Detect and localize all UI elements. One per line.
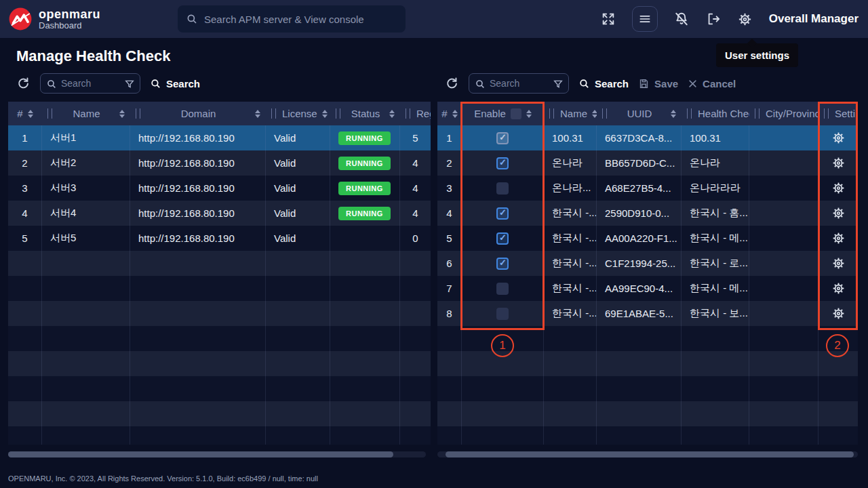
left-table-hscrollbar[interactable] xyxy=(8,451,426,458)
cell-registered xyxy=(400,401,431,426)
col-header-num[interactable]: # xyxy=(437,102,462,125)
table-row[interactable]: 5한국시 -...AA00A220-F1...한국시 - 메... xyxy=(437,226,858,251)
cell-name: 한국시 -... xyxy=(544,276,597,301)
global-search[interactable] xyxy=(178,5,406,33)
scrollbar-thumb[interactable] xyxy=(446,451,854,458)
row-settings-button[interactable] xyxy=(831,156,846,170)
sort-icon[interactable] xyxy=(671,110,676,118)
row-settings-button[interactable] xyxy=(831,256,846,270)
col-header-enable[interactable]: Enable xyxy=(462,102,544,125)
column-resize-handle[interactable] xyxy=(549,108,554,119)
column-resize-handle[interactable] xyxy=(602,108,607,119)
cell-status xyxy=(330,251,400,276)
sort-icon[interactable] xyxy=(389,110,395,118)
col-header-city-province[interactable]: City/Province xyxy=(749,102,818,125)
cell-domain xyxy=(130,401,266,426)
table-row[interactable]: 2서버2http://192.168.80.190ValidRUNNING4 xyxy=(8,150,431,176)
cell-name: 한국시 -... xyxy=(544,251,597,276)
table-row[interactable]: 4서버4http://192.168.80.190ValidRUNNING4 xyxy=(8,201,431,226)
enable-checkbox[interactable] xyxy=(496,182,509,195)
enable-checkbox[interactable] xyxy=(496,232,509,245)
sort-icon[interactable] xyxy=(452,110,458,118)
sort-icon[interactable] xyxy=(592,110,597,118)
column-resize-handle[interactable] xyxy=(271,108,276,119)
right-table-search[interactable] xyxy=(469,73,569,94)
app-logo[interactable]: openmaru Dashboard xyxy=(8,7,100,31)
global-search-input[interactable] xyxy=(204,14,397,25)
cell-name: 온나라... xyxy=(544,176,597,201)
enable-checkbox[interactable] xyxy=(496,132,509,144)
left-search-button[interactable]: Search xyxy=(150,78,200,89)
right-table-hscrollbar[interactable] xyxy=(437,451,858,458)
save-button[interactable]: Save xyxy=(638,78,678,89)
cell-registered xyxy=(400,351,431,376)
search-icon xyxy=(46,79,57,89)
cell-enable xyxy=(462,426,544,445)
row-settings-button[interactable] xyxy=(831,306,846,321)
enable-checkbox[interactable] xyxy=(496,207,509,220)
table-row[interactable]: 1100.316637D3CA-8...100.31 xyxy=(437,125,858,150)
left-table-search[interactable] xyxy=(40,73,140,94)
enable-checkbox[interactable] xyxy=(496,258,509,270)
refresh-icon[interactable] xyxy=(445,77,459,91)
filter-icon[interactable] xyxy=(553,79,564,89)
col-header-uuid[interactable]: UUID xyxy=(597,102,682,125)
cell-health-check xyxy=(682,376,749,401)
row-settings-button[interactable] xyxy=(831,131,846,145)
cell-city-province xyxy=(749,351,818,376)
notifications-off-icon[interactable] xyxy=(673,11,690,27)
table-row[interactable]: 3서버3http://192.168.80.190ValidRUNNING4 xyxy=(8,176,431,201)
sort-icon[interactable] xyxy=(526,110,532,118)
table-row[interactable]: 6한국시 -...C1F21994-25...한국시 - 로... xyxy=(437,251,858,276)
scrollbar-thumb[interactable] xyxy=(8,451,393,458)
col-header-name[interactable]: Name xyxy=(42,102,130,125)
column-resize-handle[interactable] xyxy=(687,108,692,119)
menu-icon[interactable] xyxy=(632,6,658,32)
cancel-button[interactable]: Cancel xyxy=(688,78,736,89)
row-settings-button[interactable] xyxy=(831,231,846,245)
column-resize-handle[interactable] xyxy=(406,108,410,119)
col-header-health-check[interactable]: Health Check xyxy=(682,102,749,125)
cell-num xyxy=(437,376,462,401)
enable-checkbox[interactable] xyxy=(496,283,509,295)
enable-checkbox[interactable] xyxy=(496,157,509,169)
table-row[interactable]: 4한국시 -...2590D910-0...한국시 - 홈... xyxy=(437,201,858,226)
sort-icon[interactable] xyxy=(119,110,125,118)
sort-icon[interactable] xyxy=(28,110,33,118)
enable-checkbox[interactable] xyxy=(496,308,509,320)
col-header-settings[interactable]: Setti... xyxy=(818,102,858,125)
col-header-name[interactable]: Name xyxy=(544,102,597,125)
column-resize-handle[interactable] xyxy=(336,108,340,119)
right-search-button[interactable]: Search xyxy=(578,78,629,89)
col-header-registered[interactable]: Regis xyxy=(400,102,431,125)
column-resize-handle[interactable] xyxy=(755,108,760,119)
table-row[interactable]: 7한국시 -...AA99EC90-4...한국시 - 메... xyxy=(437,276,858,301)
settings-icon[interactable] xyxy=(737,11,753,27)
col-header-num[interactable]: # xyxy=(8,102,42,125)
fullscreen-icon[interactable] xyxy=(600,11,616,27)
current-user-label[interactable]: Overall Manager xyxy=(769,12,859,26)
filter-icon[interactable] xyxy=(124,79,135,89)
row-settings-button[interactable] xyxy=(831,181,846,195)
col-header-domain[interactable]: Domain xyxy=(130,102,266,125)
col-header-license[interactable]: License xyxy=(266,102,330,125)
col-header-status[interactable]: Status xyxy=(330,102,400,125)
sort-icon[interactable] xyxy=(255,110,260,118)
table-row[interactable]: 3온나라...A68E27B5-4...온나라라라 xyxy=(437,176,858,201)
row-settings-button[interactable] xyxy=(831,206,846,220)
cell-registered xyxy=(400,276,431,301)
row-settings-button[interactable] xyxy=(831,281,846,296)
column-resize-handle[interactable] xyxy=(136,108,140,119)
sort-icon[interactable] xyxy=(322,110,328,118)
table-row[interactable]: 2온나라BB657D6D-C...온나라 xyxy=(437,150,858,176)
column-resize-handle[interactable] xyxy=(47,108,52,119)
cell-settings xyxy=(818,125,858,150)
column-resize-handle[interactable] xyxy=(824,108,829,119)
logout-icon[interactable] xyxy=(705,11,722,27)
cell-license: Valid xyxy=(266,201,330,226)
table-row[interactable]: 5서버5http://192.168.80.190Valid0 xyxy=(8,226,431,251)
table-row[interactable]: 8한국시 -...69E1ABAE-5...한국시 - 보... xyxy=(437,301,858,326)
table-row[interactable]: 1서버1http://192.168.80.190ValidRUNNING5 xyxy=(8,125,431,150)
refresh-icon[interactable] xyxy=(16,77,31,91)
select-all-checkbox[interactable] xyxy=(511,108,521,119)
